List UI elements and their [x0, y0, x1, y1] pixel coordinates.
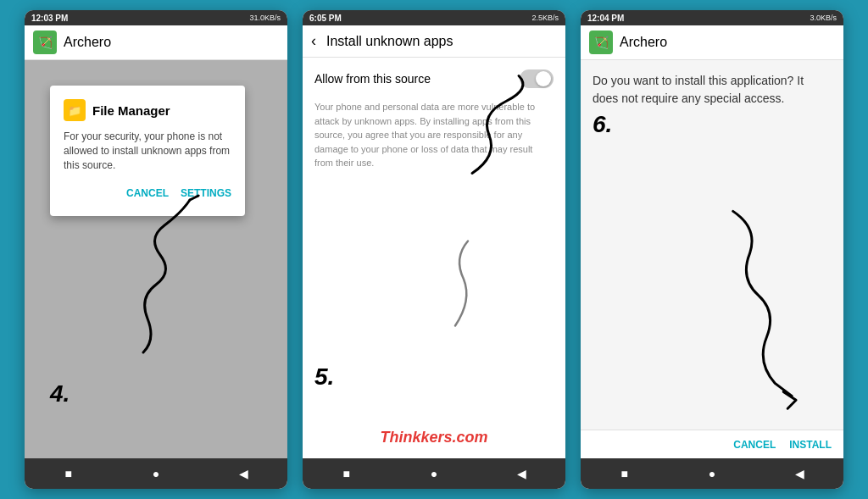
dialog-icon: 📁 [64, 99, 86, 121]
dialog-body: For your security, your phone is not all… [64, 130, 231, 172]
settings-title: Install unknown apps [326, 34, 453, 49]
back-icon-1[interactable]: ● [146, 466, 166, 481]
app-icon-1: 🏹 [33, 30, 57, 54]
cancel-button-dialog[interactable]: CANCEL [126, 184, 169, 202]
allow-source-toggle[interactable] [520, 69, 554, 88]
install-button[interactable]: INSTALL [789, 439, 832, 451]
status-icons-2: 2.5KB/s [531, 14, 559, 22]
status-icons-1: 31.0KB/s [249, 14, 281, 22]
screen-content-1: 📁 File Manager For your security, your p… [25, 60, 287, 458]
allow-source-row: Allow from this source [314, 69, 554, 88]
app-title-3: Archero [620, 35, 667, 50]
dialog-buttons: CANCEL SETTINGS [64, 184, 231, 202]
app-icon-3: 🏹 [589, 30, 613, 54]
security-dialog: 📁 File Manager For your security, your p… [50, 86, 245, 216]
app-header-3: 🏹 Archero [581, 25, 843, 60]
squiggle-3 [581, 60, 843, 430]
cancel-button-install[interactable]: CANCEL [733, 439, 776, 451]
bottom-nav-1: ■ ● ◀ [25, 458, 287, 489]
back-icon-2[interactable]: ● [424, 466, 444, 481]
annotation-6: 6. [593, 111, 612, 138]
install-content: Do you want to install this application?… [581, 60, 843, 430]
settings-description: Your phone and personal data are more vu… [314, 100, 554, 170]
toggle-knob [536, 71, 551, 86]
status-icons-3: 3.0KB/s [810, 14, 837, 22]
time-2: 6:05 PM [309, 14, 342, 23]
annotation-4: 4. [50, 380, 70, 408]
phone-1: 12:03 PM 31.0KB/s 🏹 Archero 📁 File Manag… [25, 10, 287, 489]
bottom-nav-2: ■ ● ◀ [303, 458, 565, 489]
allow-source-label: Allow from this source [314, 72, 431, 86]
install-bottom-buttons: CANCEL INSTALL [581, 430, 843, 458]
dialog-header: 📁 File Manager [64, 99, 231, 121]
settings-header: ‹ Install unknown apps [303, 25, 565, 58]
back-arrow-icon[interactable]: ‹ [311, 32, 316, 50]
dialog-title: File Manager [92, 103, 170, 118]
home-icon-3[interactable]: ■ [615, 466, 635, 481]
home-icon-2[interactable]: ■ [337, 466, 357, 481]
time-1: 12:03 PM [31, 14, 68, 23]
install-text: Do you want to install this application?… [593, 72, 832, 108]
home-icon-1[interactable]: ■ [58, 466, 79, 481]
settings-button-dialog[interactable]: SETTINGS [181, 184, 231, 202]
recent-icon-3[interactable]: ◀ [789, 466, 810, 481]
annotation-5: 5. [314, 363, 334, 391]
app-header-1: 🏹 Archero [25, 25, 287, 60]
status-bar-3: 12:04 PM 3.0KB/s [581, 10, 843, 25]
status-bar-1: 12:03 PM 31.0KB/s [25, 10, 287, 25]
recent-icon-1[interactable]: ◀ [233, 466, 253, 481]
recent-icon-2[interactable]: ◀ [511, 466, 531, 481]
back-icon-3[interactable]: ● [702, 466, 722, 481]
status-bar-2: 6:05 PM 2.5KB/s [303, 10, 565, 25]
watermark: Thinkkers.com [380, 429, 487, 446]
time-3: 12:04 PM [587, 14, 624, 23]
bottom-nav-3: ■ ● ◀ [581, 458, 843, 489]
app-title-1: Archero [64, 35, 111, 50]
phone-3: 12:04 PM 3.0KB/s 🏹 Archero Do you want t… [581, 10, 843, 489]
phone-2: 6:05 PM 2.5KB/s ‹ Install unknown apps A… [303, 10, 565, 489]
settings-content: Allow from this source Your phone and pe… [303, 58, 565, 458]
